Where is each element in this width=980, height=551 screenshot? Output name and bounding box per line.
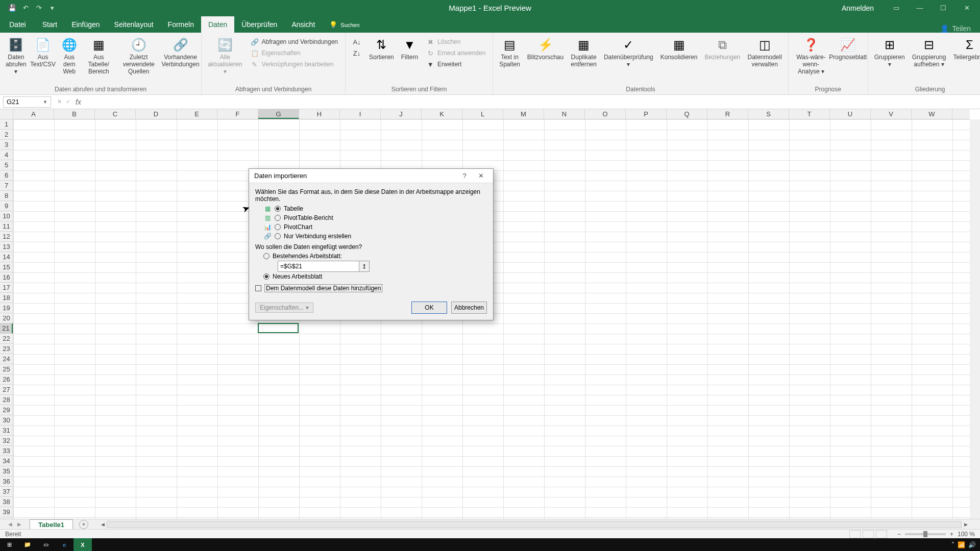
flash-fill-button[interactable]: ⚡Blitzvorschau bbox=[524, 35, 567, 63]
existing-connections-button[interactable]: 🔗Vorhandene Verbindungen bbox=[163, 35, 198, 70]
page-layout-view-button[interactable] bbox=[863, 530, 874, 538]
close-icon[interactable]: ✕ bbox=[955, 0, 978, 16]
tab-einfuegen[interactable]: Einfügen bbox=[64, 16, 107, 33]
radio-existing-sheet[interactable]: Bestehendes Arbeitsblatt: bbox=[263, 253, 487, 260]
row-header[interactable]: 33 bbox=[0, 446, 13, 456]
row-header[interactable]: 30 bbox=[0, 415, 13, 425]
column-header[interactable]: Q bbox=[667, 109, 707, 119]
sort-za-button[interactable]: Z↓ bbox=[351, 48, 363, 58]
row-header[interactable]: 15 bbox=[0, 262, 13, 272]
ungroup-button[interactable]: ⊟Gruppierung aufheben ▾ bbox=[909, 35, 949, 70]
sheet-tab[interactable]: Tabelle1 bbox=[30, 519, 73, 530]
volume-icon[interactable]: 🔊 bbox=[968, 541, 976, 548]
tray-chevron-icon[interactable]: ˄ bbox=[951, 541, 954, 548]
tab-seitenlayout[interactable]: Seitenlayout bbox=[107, 16, 161, 33]
properties-button[interactable]: Eigenschaften...▾ bbox=[255, 303, 313, 313]
text-to-columns-button[interactable]: ▤Text in Spalten bbox=[496, 35, 523, 70]
row-header[interactable]: 29 bbox=[0, 405, 13, 415]
redo-icon[interactable]: ↷ bbox=[34, 3, 44, 13]
normal-view-button[interactable] bbox=[849, 530, 861, 538]
column-header[interactable]: I bbox=[340, 109, 381, 119]
start-button[interactable]: ⊞ bbox=[0, 538, 18, 551]
column-header[interactable]: M bbox=[503, 109, 544, 119]
radio-pivotchart[interactable]: 📊 PivotChart bbox=[263, 223, 487, 231]
radio-pivottable[interactable]: ▥ PivotTable-Bericht bbox=[263, 214, 487, 222]
vertical-scrollbar[interactable] bbox=[970, 119, 980, 519]
remove-duplicates-button[interactable]: ▦Duplikate entfernen bbox=[568, 35, 600, 70]
radio-connection-only[interactable]: 🔗 Nur Verbindung erstellen bbox=[263, 232, 487, 240]
row-header[interactable]: 27 bbox=[0, 385, 13, 395]
column-header[interactable]: L bbox=[462, 109, 503, 119]
sheet-nav-prev-icon[interactable]: ◀ bbox=[8, 521, 12, 527]
scroll-right-icon[interactable]: ▶ bbox=[962, 522, 970, 527]
row-header[interactable]: 34 bbox=[0, 456, 13, 466]
scroll-left-icon[interactable]: ◀ bbox=[99, 522, 107, 527]
row-header[interactable]: 22 bbox=[0, 334, 13, 344]
row-header[interactable]: 10 bbox=[0, 211, 13, 221]
range-input[interactable]: =$G$21 bbox=[278, 261, 359, 272]
row-header[interactable]: 25 bbox=[0, 364, 13, 374]
from-table-button[interactable]: ▦Aus Tabelle/ Bereich bbox=[83, 35, 114, 77]
row-header[interactable]: 16 bbox=[0, 272, 13, 283]
column-header[interactable]: G bbox=[258, 109, 299, 119]
group-button[interactable]: ⊞Gruppieren ▾ bbox=[871, 35, 908, 70]
row-header[interactable]: 11 bbox=[0, 221, 13, 232]
zoom-out-button[interactable]: − bbox=[897, 531, 901, 538]
undo-icon[interactable]: ↶ bbox=[20, 3, 31, 13]
help-icon[interactable]: ? bbox=[457, 170, 472, 182]
recent-sources-button[interactable]: 🕘Zuletzt verwendete Quellen bbox=[115, 35, 161, 77]
row-header[interactable]: 31 bbox=[0, 425, 13, 436]
tab-start[interactable]: Start bbox=[35, 16, 65, 33]
row-header[interactable]: 21 bbox=[0, 323, 13, 334]
row-header[interactable]: 37 bbox=[0, 487, 13, 497]
network-icon[interactable]: 📶 bbox=[958, 541, 965, 548]
from-web-button[interactable]: 🌐Aus dem Web bbox=[57, 35, 82, 77]
column-header[interactable]: F bbox=[217, 109, 258, 119]
edge-icon[interactable]: e bbox=[55, 538, 74, 551]
tell-me-search[interactable]: 💡 Suchen bbox=[322, 17, 366, 33]
row-header[interactable]: 4 bbox=[0, 150, 13, 160]
row-header[interactable]: 5 bbox=[0, 160, 13, 170]
column-header[interactable]: A bbox=[13, 109, 54, 119]
whatif-button[interactable]: ❓Was-wäre-wenn- Analyse ▾ bbox=[792, 35, 830, 77]
formula-input[interactable] bbox=[85, 96, 980, 108]
forecast-sheet-button[interactable]: 📈Prognoseblatt bbox=[831, 35, 865, 63]
row-header[interactable]: 32 bbox=[0, 436, 13, 446]
column-header[interactable]: T bbox=[789, 109, 830, 119]
ribbon-display-icon[interactable]: ▭ bbox=[885, 0, 908, 16]
column-header[interactable]: B bbox=[54, 109, 95, 119]
filter-button[interactable]: ▼Filtern bbox=[398, 35, 421, 63]
zoom-level[interactable]: 100 % bbox=[958, 531, 975, 538]
column-header[interactable]: P bbox=[626, 109, 667, 119]
column-header[interactable]: C bbox=[95, 109, 136, 119]
row-header[interactable]: 24 bbox=[0, 354, 13, 364]
horizontal-scrollbar[interactable]: ◀ ▶ bbox=[99, 520, 970, 529]
column-header[interactable]: H bbox=[299, 109, 340, 119]
row-header[interactable]: 28 bbox=[0, 395, 13, 405]
column-header[interactable]: N bbox=[544, 109, 585, 119]
row-header[interactable]: 26 bbox=[0, 374, 13, 385]
column-header[interactable]: R bbox=[707, 109, 748, 119]
row-header[interactable]: 9 bbox=[0, 201, 13, 211]
cancel-button[interactable]: Abbrechen bbox=[451, 302, 487, 314]
tab-ueberpruefen[interactable]: Überprüfen bbox=[234, 16, 284, 33]
dialog-titlebar[interactable]: Daten importieren ? ✕ bbox=[249, 169, 493, 183]
row-header[interactable]: 36 bbox=[0, 477, 13, 487]
file-explorer-icon[interactable]: 📁 bbox=[18, 538, 37, 551]
chevron-down-icon[interactable]: ▼ bbox=[43, 99, 47, 105]
row-header[interactable]: 8 bbox=[0, 191, 13, 201]
column-header[interactable]: U bbox=[830, 109, 871, 119]
task-view-icon[interactable]: ▭ bbox=[37, 538, 55, 551]
row-header[interactable]: 20 bbox=[0, 313, 13, 323]
row-header[interactable]: 3 bbox=[0, 140, 13, 150]
from-csv-button[interactable]: 📄Aus Text/CSV bbox=[30, 35, 56, 70]
row-header[interactable]: 38 bbox=[0, 497, 13, 507]
column-header[interactable]: D bbox=[136, 109, 177, 119]
active-cell[interactable] bbox=[258, 323, 299, 333]
tab-daten[interactable]: Daten bbox=[201, 16, 234, 33]
row-header[interactable]: 39 bbox=[0, 507, 13, 517]
tab-file[interactable]: Datei bbox=[0, 16, 35, 33]
queries-connections-button[interactable]: 🔗Abfragen und Verbindungen bbox=[249, 37, 340, 47]
column-header[interactable]: V bbox=[871, 109, 912, 119]
row-header[interactable]: 17 bbox=[0, 283, 13, 293]
